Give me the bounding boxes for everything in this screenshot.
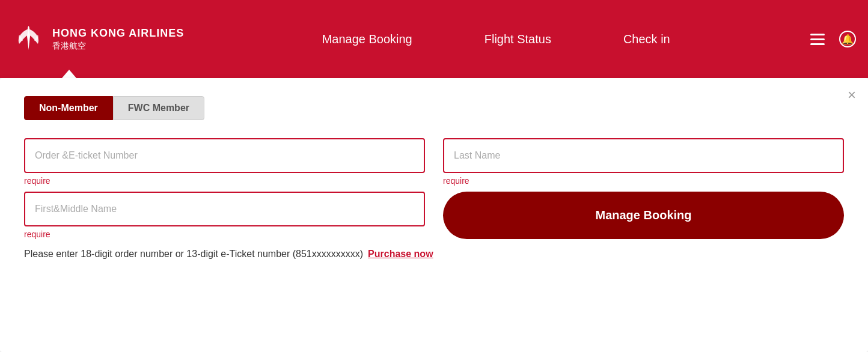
form-row-2: require Manage Booking bbox=[24, 192, 844, 239]
nav-check-in[interactable]: Check in bbox=[623, 32, 670, 46]
close-button[interactable]: × bbox=[848, 88, 856, 102]
order-number-group: require bbox=[24, 138, 425, 186]
manage-booking-button[interactable]: Manage Booking bbox=[443, 192, 844, 239]
logo-text-chinese: 香港航空 bbox=[52, 41, 184, 52]
nav-manage-booking[interactable]: Manage Booking bbox=[322, 32, 412, 46]
logo-area: HONG KONG AIRLINES 香港航空 bbox=[12, 23, 184, 56]
tab-fwc-member[interactable]: FWC Member bbox=[113, 96, 204, 120]
hint-text: Please enter 18-digit order number or 13… bbox=[24, 249, 363, 259]
nav-arrow-indicator bbox=[62, 70, 76, 78]
hamburger-icon[interactable] bbox=[808, 31, 827, 47]
content-area: × Non-Member FWC Member require require bbox=[0, 78, 868, 352]
order-number-input[interactable] bbox=[24, 138, 425, 173]
first-middle-name-require: require bbox=[24, 229, 425, 239]
logo-text-english: HONG KONG AIRLINES bbox=[52, 27, 184, 40]
last-name-input[interactable] bbox=[443, 138, 844, 173]
logo-icon bbox=[12, 23, 45, 56]
last-name-group: require bbox=[443, 138, 844, 186]
modal-panel: × Non-Member FWC Member require require bbox=[0, 78, 868, 352]
last-name-require: require bbox=[443, 176, 844, 186]
bell-icon[interactable]: 🔔 bbox=[839, 31, 856, 47]
tab-non-member[interactable]: Non-Member bbox=[24, 96, 113, 120]
manage-booking-btn-group: Manage Booking bbox=[443, 192, 844, 239]
first-middle-name-input[interactable] bbox=[24, 192, 425, 226]
nav-flight-status[interactable]: Flight Status bbox=[484, 32, 551, 46]
main-nav: Manage Booking Flight Status Check in bbox=[184, 32, 808, 46]
hint-row: Please enter 18-digit order number or 13… bbox=[24, 249, 844, 259]
logo-text: HONG KONG AIRLINES 香港航空 bbox=[52, 27, 184, 52]
form-row-1: require require bbox=[24, 138, 844, 186]
header-right: 🔔 bbox=[808, 31, 856, 47]
tabs-container: Non-Member FWC Member bbox=[24, 96, 844, 120]
header: HONG KONG AIRLINES 香港航空 Manage Booking F… bbox=[0, 0, 868, 78]
first-middle-name-group: require bbox=[24, 192, 425, 239]
purchase-now-link[interactable]: Purchase now bbox=[368, 249, 433, 259]
order-number-require: require bbox=[24, 176, 425, 186]
